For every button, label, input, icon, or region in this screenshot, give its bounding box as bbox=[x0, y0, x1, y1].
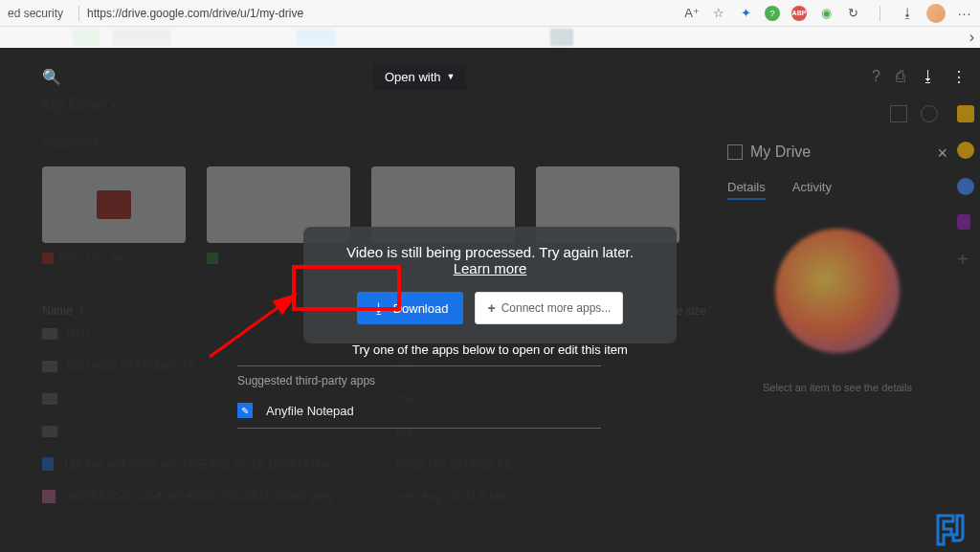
table-row[interactable]: 385FEE04-B2C0-4760-ABEE-23525B5E4008D.jp… bbox=[42, 480, 957, 513]
file-icon bbox=[42, 253, 54, 264]
details-empty-msg: Select an item to see the details bbox=[727, 382, 947, 393]
folder-icon bbox=[42, 361, 57, 372]
tab-details[interactable]: Details bbox=[727, 180, 766, 200]
watermark-logo bbox=[934, 512, 974, 546]
scroll-tabs-icon[interactable]: › bbox=[969, 29, 974, 46]
security-label: ed security bbox=[8, 7, 63, 20]
print-icon[interactable]: ⎙ bbox=[896, 68, 905, 85]
details-panel: My Drive × Details Activity Select an it… bbox=[727, 144, 947, 393]
suggested-apps-label: Suggested third-party apps bbox=[237, 365, 601, 395]
image-icon bbox=[42, 490, 56, 503]
download-icon[interactable]: ⭳ bbox=[900, 6, 915, 21]
download-button[interactable]: ⭳ Download bbox=[357, 292, 464, 324]
adblock-icon[interactable]: ABP bbox=[791, 6, 807, 21]
divider bbox=[880, 6, 880, 21]
try-apps-message: Try one of the apps below to open or edi… bbox=[352, 342, 628, 357]
open-with-button[interactable]: Open with ▼ bbox=[373, 64, 466, 90]
add-app-icon[interactable]: + bbox=[957, 249, 974, 266]
download-icon[interactable]: ⭳ bbox=[921, 68, 936, 85]
browser-actions: A⁺ ☆ ✦ ? ABP ◉ ↻ ⭳ ··· bbox=[684, 4, 972, 23]
video-icon bbox=[97, 190, 131, 219]
app-name: Anyfile Notepad bbox=[266, 404, 354, 418]
divider bbox=[78, 6, 79, 21]
folder-icon bbox=[42, 328, 57, 340]
contacts-app-icon[interactable] bbox=[957, 214, 970, 230]
suggested-apps: Suggested third-party apps ✎ Anyfile Not… bbox=[237, 365, 601, 429]
refresh-icon[interactable]: ↻ bbox=[845, 6, 860, 21]
connect-apps-button[interactable]: + Connect more apps... bbox=[475, 292, 623, 324]
extension-icon[interactable]: ◉ bbox=[818, 6, 834, 21]
open-with-label: Open with bbox=[385, 70, 441, 84]
read-aloud-icon[interactable]: A⁺ bbox=[684, 6, 700, 21]
breadcrumb: My Drive ▾ bbox=[42, 96, 957, 115]
more-vert-icon[interactable]: ⋮ bbox=[951, 68, 967, 86]
search-icon[interactable]: 🔍 bbox=[42, 68, 61, 86]
app-row[interactable]: ✎ Anyfile Notepad bbox=[237, 395, 601, 429]
calendar-app-icon[interactable] bbox=[957, 105, 974, 122]
table-row[interactable]: 125 kva amf panel with DSE RELAY 15-10-2… bbox=[42, 448, 957, 480]
side-apps: + bbox=[957, 105, 974, 266]
drive-icon bbox=[727, 144, 743, 160]
view-toggle[interactable] bbox=[890, 105, 938, 122]
keep-app-icon[interactable] bbox=[957, 142, 974, 159]
modal-message: Video is still being processed. Try agai… bbox=[326, 244, 654, 276]
more-icon[interactable]: ··· bbox=[957, 6, 972, 21]
extension-icon[interactable]: ? bbox=[765, 6, 780, 21]
download-icon: ⭳ bbox=[372, 300, 386, 316]
url-text[interactable]: https://drive.google.com/drive/u/1/my-dr… bbox=[87, 7, 684, 20]
tasks-app-icon[interactable] bbox=[957, 178, 974, 195]
anyfile-icon: ✎ bbox=[237, 403, 253, 418]
preview-toolbar: 🔍 Open with ▼ ? ⎙ ⭳ ⋮ bbox=[0, 57, 980, 96]
browser-address-bar: ed security https://drive.google.com/dri… bbox=[0, 0, 980, 27]
tab-activity[interactable]: Activity bbox=[792, 180, 832, 200]
details-illustration bbox=[775, 229, 900, 353]
file-icon bbox=[207, 253, 218, 264]
close-icon[interactable]: × bbox=[937, 144, 947, 164]
panel-title: My Drive bbox=[750, 144, 811, 161]
processing-modal: Video is still being processed. Try agai… bbox=[303, 227, 677, 343]
favorite-icon[interactable]: ☆ bbox=[711, 6, 726, 21]
caret-down-icon: ▼ bbox=[447, 72, 456, 81]
extension-icon[interactable]: ✦ bbox=[738, 6, 753, 21]
folder-icon bbox=[42, 426, 57, 437]
folder-icon bbox=[42, 393, 57, 405]
learn-more-link[interactable]: Learn more bbox=[454, 260, 527, 276]
file-icon bbox=[42, 457, 54, 471]
tab-strip: › bbox=[0, 27, 980, 48]
help-icon[interactable]: ? bbox=[872, 68, 880, 85]
profile-avatar[interactable] bbox=[926, 4, 946, 23]
plus-icon: + bbox=[487, 300, 495, 316]
